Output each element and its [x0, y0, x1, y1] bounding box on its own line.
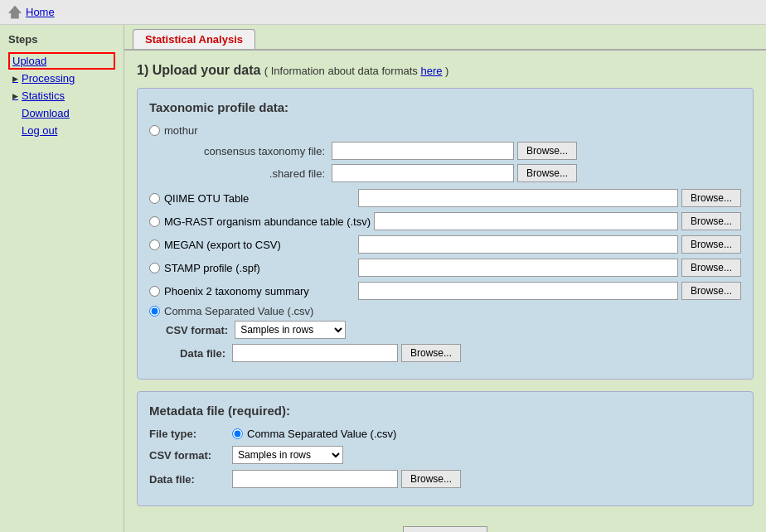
sidebar-processing-label: Processing [22, 72, 75, 85]
here-link[interactable]: here [420, 65, 442, 77]
layout: Steps Upload Processing Statistics Downl… [0, 25, 766, 532]
main-content: Statistical Analysis 1) Upload your data… [124, 25, 766, 532]
meta-csv-format-row: CSV format: Samples in rows Samples in c… [149, 446, 741, 464]
phoenix-input[interactable] [358, 282, 678, 300]
taxonomic-card: Taxonomic profile data: mothur consensus… [137, 88, 754, 380]
csv-format-select[interactable]: Samples in rows Samples in columns [235, 321, 346, 339]
megan-browse-btn[interactable]: Browse... [681, 235, 741, 254]
consensus-label: consensus taxonomy file: [166, 145, 332, 157]
meta-file-type-label: File type: [149, 428, 232, 440]
content-area: 1) Upload your data ( Information about … [124, 51, 766, 532]
sidebar-item-logout[interactable]: Log out [8, 122, 115, 139]
meta-data-file-browse-btn[interactable]: Browse... [401, 470, 461, 488]
csv-format-label: CSV format: [166, 324, 235, 336]
csv-radio[interactable] [149, 306, 160, 317]
phoenix-label: Phoenix 2 taxonomy summary [164, 285, 355, 297]
mothur-radio[interactable] [149, 125, 160, 136]
meta-data-file-row: Data file: Browse... [149, 470, 741, 488]
qiime-radio[interactable] [149, 193, 160, 204]
sidebar-item-upload[interactable]: Upload [8, 52, 115, 70]
meta-data-file-label: Data file: [149, 473, 232, 486]
qiime-row: QIIME OTU Table Browse... [149, 189, 741, 207]
mothur-radio-row: mothur [149, 124, 741, 137]
shared-input[interactable] [332, 164, 514, 182]
home-link[interactable]: Home [26, 6, 55, 18]
meta-data-file-input[interactable] [232, 470, 398, 488]
submit-button[interactable]: Submit [403, 526, 487, 532]
mgrast-browse-btn[interactable]: Browse... [681, 212, 741, 230]
sidebar-download-label: Download [22, 107, 70, 119]
csv-data-file-browse-btn[interactable]: Browse... [401, 344, 461, 362]
consensus-input[interactable] [332, 142, 514, 160]
megan-row: MEGAN (export to CSV) Browse... [149, 235, 741, 254]
phoenix-browse-btn[interactable]: Browse... [681, 282, 741, 300]
sidebar-title: Steps [8, 33, 115, 46]
mothur-label: mothur [164, 124, 197, 137]
csv-radio-row: Comma Separated Value (.csv) [149, 305, 741, 317]
stamp-radio[interactable] [149, 263, 160, 273]
phoenix-radio[interactable] [149, 286, 160, 297]
sidebar-statistics-label: Statistics [22, 89, 65, 102]
csv-format-row: CSV format: Samples in rows Samples in c… [166, 321, 741, 339]
meta-file-type-row: File type: Comma Separated Value (.csv) [149, 428, 741, 440]
shared-browse-btn[interactable]: Browse... [517, 164, 577, 182]
meta-csv-format-label: CSV format: [149, 449, 232, 462]
top-bar: Home [0, 0, 766, 25]
qiime-input[interactable] [358, 189, 678, 207]
statistical-analysis-tab[interactable]: Statistical Analysis [133, 29, 255, 49]
qiime-browse-btn[interactable]: Browse... [681, 189, 741, 207]
mgrast-radio[interactable] [149, 216, 160, 227]
megan-radio[interactable] [149, 239, 160, 250]
phoenix-row: Phoenix 2 taxonomy summary Browse... [149, 282, 741, 300]
meta-csv-label: Comma Separated Value (.csv) [247, 428, 396, 440]
shared-row: .shared file: Browse... [166, 164, 741, 182]
mgrast-row: MG-RAST organism abundance table (.tsv) … [149, 212, 741, 230]
stamp-input[interactable] [358, 259, 678, 277]
home-icon [8, 6, 22, 19]
shared-label: .shared file: [166, 167, 332, 180]
meta-csv-radio[interactable] [232, 428, 243, 439]
consensus-browse-btn[interactable]: Browse... [517, 142, 577, 160]
stamp-row: STAMP profile (.spf) Browse... [149, 259, 741, 277]
tab-bar: Statistical Analysis [124, 25, 766, 51]
sidebar-upload-label: Upload [12, 55, 46, 67]
metadata-card: Metadata file (required): File type: Com… [137, 391, 754, 506]
stamp-label: STAMP profile (.spf) [164, 262, 355, 274]
stamp-browse-btn[interactable]: Browse... [681, 259, 741, 277]
sidebar-item-statistics[interactable]: Statistics [8, 87, 115, 104]
sidebar-item-processing[interactable]: Processing [8, 70, 115, 87]
csv-data-file-row: Data file: Browse... [166, 344, 741, 362]
megan-label: MEGAN (export to CSV) [164, 239, 355, 251]
mgrast-label: MG-RAST organism abundance table (.tsv) [164, 215, 371, 228]
sidebar: Steps Upload Processing Statistics Downl… [0, 25, 124, 532]
consensus-row: consensus taxonomy file: Browse... [166, 142, 741, 160]
mothur-section: consensus taxonomy file: Browse... .shar… [166, 142, 741, 182]
metadata-card-title: Metadata file (required): [149, 404, 741, 418]
csv-data-file-input[interactable] [232, 344, 398, 362]
mgrast-input[interactable] [374, 212, 678, 230]
csv-label: Comma Separated Value (.csv) [164, 305, 313, 317]
submit-row: Submit [137, 518, 754, 532]
meta-csv-format-select[interactable]: Samples in rows Samples in columns [232, 446, 343, 464]
sidebar-item-download[interactable]: Download [8, 104, 115, 122]
csv-data-file-label: Data file: [166, 347, 232, 360]
upload-section-title: 1) Upload your data ( Information about … [137, 63, 754, 78]
qiime-label: QIIME OTU Table [164, 192, 355, 205]
sidebar-logout-label: Log out [22, 124, 57, 137]
taxonomic-card-title: Taxonomic profile data: [149, 100, 741, 114]
megan-input[interactable] [358, 235, 678, 254]
